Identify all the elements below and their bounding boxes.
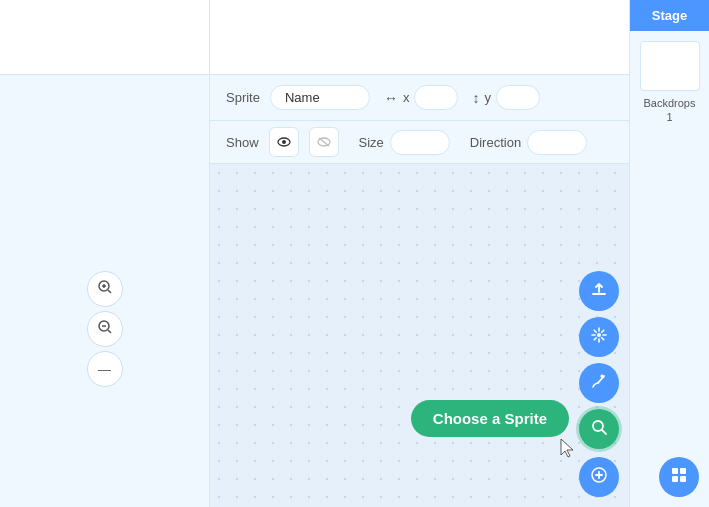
backdrops-count: 1 xyxy=(666,111,672,123)
x-input[interactable] xyxy=(414,85,458,110)
fab-stack xyxy=(579,271,619,497)
svg-point-11 xyxy=(597,333,601,337)
stage-tab: Stage xyxy=(630,0,709,31)
show-visible-button[interactable] xyxy=(269,127,299,157)
direction-group: Direction xyxy=(470,130,587,155)
sprite-controls-row2: Show Size Direction xyxy=(210,121,629,164)
svg-line-14 xyxy=(602,430,606,434)
stage-action-button[interactable] xyxy=(659,457,699,497)
x-label: x xyxy=(403,90,410,105)
sprite-controls-row1: Sprite ↔ x ↕ y xyxy=(210,75,629,121)
right-panel: Stage Backdrops 1 xyxy=(629,0,709,507)
search-sprite-button[interactable] xyxy=(579,409,619,449)
direction-label: Direction xyxy=(470,135,521,150)
size-group: Size xyxy=(359,130,450,155)
eye-icon xyxy=(277,134,291,150)
x-axis-icon: ↔ xyxy=(384,90,398,106)
fit-screen-button[interactable]: — xyxy=(87,351,123,387)
upload-sprite-button[interactable] xyxy=(579,271,619,311)
left-panel: — xyxy=(0,0,210,507)
svg-rect-21 xyxy=(680,476,686,482)
zoom-controls: — xyxy=(87,271,123,387)
zoom-in-icon xyxy=(97,279,113,299)
eye-slash-icon xyxy=(317,134,331,150)
svg-line-3 xyxy=(108,290,111,293)
svg-rect-18 xyxy=(672,468,678,474)
sprite-label: Sprite xyxy=(226,90,260,105)
sparkle-icon xyxy=(590,326,608,348)
y-coord-group: ↕ y xyxy=(472,85,540,110)
x-coord-group: ↔ x xyxy=(384,85,459,110)
left-panel-top xyxy=(0,0,209,75)
zoom-out-button[interactable] xyxy=(87,311,123,347)
svg-rect-19 xyxy=(680,468,686,474)
cursor-indicator xyxy=(559,437,577,461)
backdrops-label: Backdrops xyxy=(644,97,696,109)
y-input[interactable] xyxy=(496,85,540,110)
svg-rect-20 xyxy=(672,476,678,482)
sprite-name-input[interactable] xyxy=(270,85,370,110)
svg-point-8 xyxy=(282,140,286,144)
zoom-out-icon xyxy=(97,319,113,339)
direction-input[interactable] xyxy=(527,130,587,155)
y-axis-icon: ↕ xyxy=(472,90,479,106)
search-icon xyxy=(590,418,608,440)
brush-icon xyxy=(590,372,608,394)
size-input[interactable] xyxy=(390,130,450,155)
show-hidden-button[interactable] xyxy=(309,127,339,157)
svg-line-6 xyxy=(108,330,111,333)
zoom-in-button[interactable] xyxy=(87,271,123,307)
fit-screen-icon: — xyxy=(98,362,111,377)
choose-sprite-button[interactable]: Choose a Sprite xyxy=(411,400,569,437)
paint-sprite-button[interactable] xyxy=(579,363,619,403)
surprise-sprite-button[interactable] xyxy=(579,317,619,357)
y-label: y xyxy=(484,90,491,105)
main-panel: Sprite ↔ x ↕ y Show xyxy=(210,0,629,507)
add-icon xyxy=(590,466,608,488)
svg-rect-12 xyxy=(600,374,605,379)
size-label: Size xyxy=(359,135,384,150)
stage-preview xyxy=(640,41,700,91)
stage-action-icon xyxy=(669,465,689,490)
add-sprite-button[interactable] xyxy=(579,457,619,497)
canvas-area: Choose a Sprite xyxy=(210,164,629,507)
upload-icon xyxy=(590,280,608,302)
show-label: Show xyxy=(226,135,259,150)
top-bar xyxy=(210,0,629,75)
